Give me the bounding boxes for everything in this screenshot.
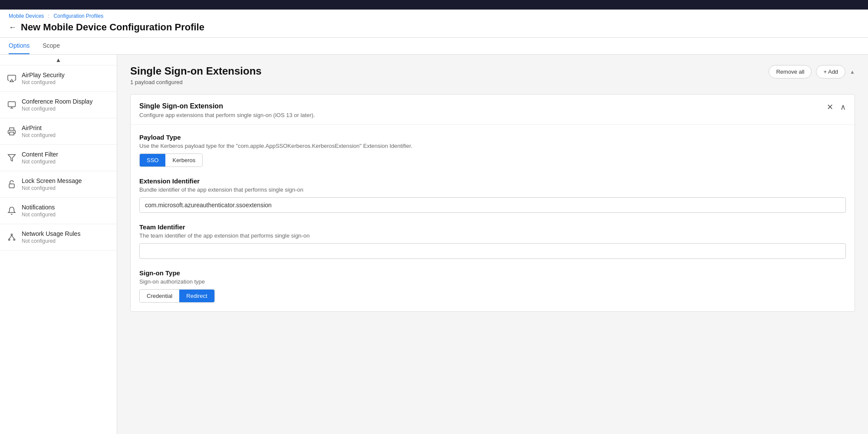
- sidebar-item-network-usage-rules[interactable]: Network Usage Rules Not configured: [0, 224, 117, 251]
- svg-rect-6: [9, 184, 14, 188]
- network-usage-rules-title: Network Usage Rules: [22, 230, 80, 237]
- extension-title: Single Sign-on Extension: [139, 102, 315, 110]
- sign-on-type-label: Sign-on Type: [139, 269, 846, 277]
- content-area: Single Sign-on Extensions 1 payload conf…: [117, 55, 868, 434]
- svg-line-10: [9, 235, 12, 239]
- filter-icon: [7, 153, 16, 163]
- toggle-sso[interactable]: SSO: [140, 154, 165, 166]
- conference-room-display-title: Conference Room Display: [22, 98, 92, 105]
- network-usage-rules-text: Network Usage Rules Not configured: [22, 230, 80, 244]
- airplay-security-text: AirPlay Security Not configured: [22, 72, 65, 85]
- airplay-icon: [7, 74, 16, 83]
- breadcrumb-config-profiles[interactable]: Configuration Profiles: [53, 13, 103, 19]
- sidebar-item-airprint[interactable]: AirPrint Not configured: [0, 118, 117, 145]
- notifications-title: Notifications: [22, 204, 56, 211]
- breadcrumb-separator: :: [48, 13, 49, 19]
- extension-card-body: Payload Type Use the Kerberos payload ty…: [131, 125, 855, 311]
- breadcrumb-mobile-devices[interactable]: Mobile Devices: [9, 13, 44, 19]
- extension-card-header: Single Sign-on Extension Configure app e…: [131, 95, 855, 125]
- add-button[interactable]: + Add: [816, 65, 845, 78]
- notifications-text: Notifications Not configured: [22, 204, 56, 218]
- sidebar-item-airplay-security[interactable]: AirPlay Security Not configured: [0, 65, 117, 92]
- breadcrumb: Mobile Devices : Configuration Profiles: [9, 13, 859, 19]
- sign-on-type-desc: Sign-on authorization type: [139, 278, 846, 285]
- extension-identifier-label: Extension Identifier: [139, 177, 846, 185]
- notifications-status: Not configured: [22, 212, 56, 218]
- lock-icon: [7, 179, 16, 189]
- back-button[interactable]: ←: [9, 23, 16, 32]
- conference-room-display-status: Not configured: [22, 106, 92, 112]
- toggle-credential[interactable]: Credential: [140, 290, 179, 302]
- svg-marker-0: [10, 80, 13, 82]
- page-title: New Mobile Device Configuration Profile: [21, 22, 204, 33]
- tab-options[interactable]: Options: [9, 38, 30, 54]
- payload-type-desc: Use the Kerberos payload type for the "c…: [139, 143, 846, 149]
- tabs-bar: Options Scope: [0, 38, 868, 55]
- printer-icon: [7, 127, 16, 136]
- team-identifier-desc: The team identifier of the app extension…: [139, 232, 846, 239]
- payload-type-toggle-group: SSO Kerberos: [139, 153, 203, 167]
- sidebar-item-content-filter[interactable]: Content Filter Not configured: [0, 145, 117, 171]
- sidebar-scroll-up[interactable]: ▲: [0, 55, 117, 65]
- toggle-redirect[interactable]: Redirect: [179, 290, 214, 302]
- content-header: Single Sign-on Extensions 1 payload conf…: [130, 65, 855, 85]
- svg-point-7: [11, 234, 12, 235]
- remove-all-button[interactable]: Remove all: [769, 65, 812, 78]
- airplay-security-status: Not configured: [22, 79, 65, 85]
- extension-identifier-desc: Bundle identifier of the app extension t…: [139, 186, 846, 193]
- section-title: Single Sign-on Extensions: [130, 65, 262, 77]
- content-filter-text: Content Filter Not configured: [22, 151, 58, 165]
- svg-marker-5: [8, 155, 16, 161]
- extension-identifier-section: Extension Identifier Bundle identifier o…: [139, 177, 846, 213]
- airprint-title: AirPrint: [22, 124, 56, 131]
- scroll-up-arrow[interactable]: ▲: [850, 69, 855, 75]
- lock-screen-message-text: Lock Screen Message Not configured: [22, 177, 82, 191]
- svg-point-9: [13, 239, 15, 240]
- network-usage-rules-status: Not configured: [22, 238, 80, 244]
- svg-line-11: [12, 235, 14, 239]
- extension-identifier-input[interactable]: [139, 197, 846, 213]
- close-extension-button[interactable]: ✕: [827, 102, 833, 112]
- lock-screen-message-title: Lock Screen Message: [22, 177, 82, 184]
- extension-card-title: Single Sign-on Extension Configure app e…: [139, 102, 315, 118]
- tab-scope[interactable]: Scope: [43, 38, 60, 54]
- airprint-text: AirPrint Not configured: [22, 124, 56, 138]
- airprint-status: Not configured: [22, 132, 56, 138]
- toggle-kerberos[interactable]: Kerberos: [165, 154, 202, 166]
- content-header-left: Single Sign-on Extensions 1 payload conf…: [130, 65, 262, 85]
- sign-on-type-section: Sign-on Type Sign-on authorization type …: [139, 269, 846, 303]
- payload-count: 1 payload configured: [130, 79, 262, 85]
- payload-type-label: Payload Type: [139, 134, 846, 141]
- sidebar: ▲ AirPlay Security Not configured: [0, 55, 117, 434]
- svg-point-8: [9, 239, 10, 240]
- content-filter-status: Not configured: [22, 159, 58, 165]
- collapse-extension-button[interactable]: ∧: [840, 102, 846, 112]
- svg-rect-4: [10, 132, 14, 135]
- content-header-right: Remove all + Add ▲: [769, 65, 855, 78]
- team-identifier-section: Team Identifier The team identifier of t…: [139, 223, 846, 259]
- team-identifier-input[interactable]: [139, 243, 846, 259]
- sidebar-item-conference-room-display[interactable]: Conference Room Display Not configured: [0, 92, 117, 118]
- svg-rect-1: [8, 102, 16, 107]
- extension-card-actions: ✕ ∧: [827, 102, 846, 112]
- sidebar-item-notifications[interactable]: Notifications Not configured: [0, 198, 117, 224]
- bell-icon: [7, 206, 16, 215]
- chevron-up-icon: ▲: [56, 56, 62, 63]
- sign-on-type-toggle-group: Credential Redirect: [139, 289, 215, 303]
- content-filter-title: Content Filter: [22, 151, 58, 158]
- lock-screen-message-status: Not configured: [22, 185, 82, 191]
- team-identifier-label: Team Identifier: [139, 223, 846, 231]
- network-icon: [7, 232, 16, 242]
- conference-room-display-text: Conference Room Display Not configured: [22, 98, 92, 112]
- extension-description: Configure app extensions that perform si…: [139, 112, 315, 118]
- airplay-security-title: AirPlay Security: [22, 72, 65, 78]
- extension-card: Single Sign-on Extension Configure app e…: [130, 94, 855, 312]
- payload-type-section: Payload Type Use the Kerberos payload ty…: [139, 134, 846, 167]
- sidebar-item-lock-screen-message[interactable]: Lock Screen Message Not configured: [0, 171, 117, 198]
- display-icon: [7, 100, 16, 110]
